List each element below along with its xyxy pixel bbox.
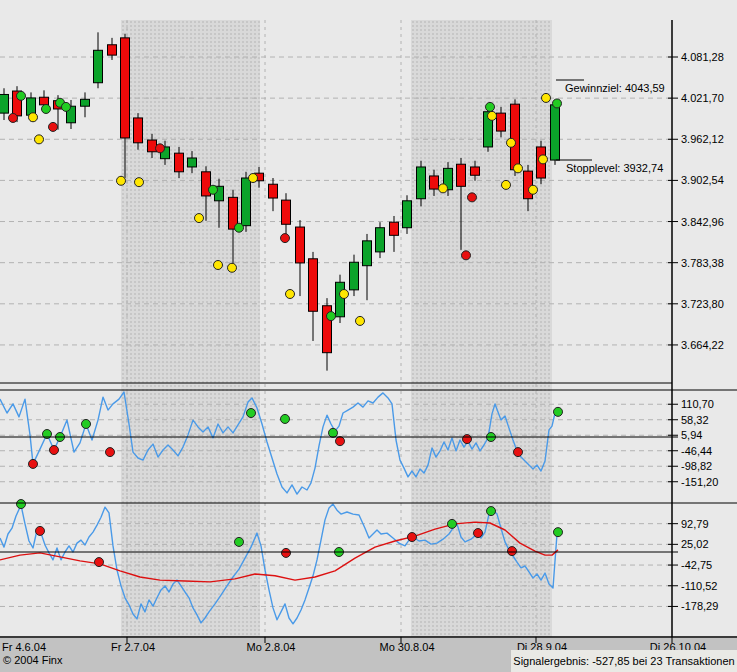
signal-marker	[82, 419, 91, 428]
signal-marker	[36, 526, 45, 535]
y-tick-label: 92,79	[681, 518, 709, 530]
candle-body	[269, 184, 278, 198]
signal-marker	[29, 113, 38, 122]
signal-marker	[554, 407, 563, 416]
y-tick-label: 5,94	[681, 429, 702, 441]
candle-body	[511, 104, 520, 170]
annotations-layer: Gewinnziel: 4043,59 Stopplevel: 3932,74	[556, 80, 665, 174]
signal-marker	[17, 500, 26, 509]
x-tick-label: Mo 2.8.04	[247, 641, 296, 653]
y-tick-label: 3.962,12	[681, 133, 724, 145]
signal-marker	[156, 144, 165, 153]
x-tick-label: Fr 2.7.04	[111, 641, 155, 653]
y-tick-label: -110,52	[681, 580, 718, 592]
signal-result-box: Signalergebnis: -527,85 bei 23 Transakti…	[511, 650, 737, 672]
signal-marker	[468, 193, 477, 202]
candlestick-series	[0, 32, 560, 370]
signal-marker	[474, 529, 483, 538]
y-tick-label: 3.902,54	[681, 174, 724, 186]
candle-body	[417, 167, 426, 199]
signal-marker	[9, 113, 18, 122]
signal-marker	[539, 155, 548, 164]
signal-marker	[448, 519, 457, 528]
y-tick-label: -178,29	[681, 600, 718, 612]
signal-marker	[286, 290, 295, 299]
signal-marker	[463, 435, 472, 444]
y-tick-label: 3.723,80	[681, 298, 724, 310]
signal-marker	[195, 214, 204, 223]
y-tick-label: 110,70	[681, 398, 714, 410]
candle-body	[188, 158, 197, 167]
candle-body	[175, 153, 184, 172]
signal-marker	[106, 448, 115, 457]
candle-body	[430, 176, 439, 189]
signal-marker	[542, 93, 551, 102]
candle-body	[551, 105, 560, 160]
y-tick-label: -46,44	[681, 445, 712, 457]
axis-labels: 4.081,284.021,703.962,123.902,543.842,96…	[2, 51, 724, 653]
signal-marker	[235, 537, 244, 546]
signal-marker	[553, 99, 562, 108]
candle-body	[134, 118, 143, 143]
candle-body	[296, 227, 305, 263]
candle-body	[81, 99, 90, 106]
copyright-text: © 2004 Finx	[3, 654, 62, 666]
y-tick-label: 4.021,70	[681, 92, 724, 104]
signal-marker	[554, 528, 563, 537]
candle-body	[524, 171, 533, 199]
candle-body	[309, 259, 318, 311]
signal-marker	[17, 91, 26, 100]
signal-marker	[281, 234, 290, 243]
y-tick-label: 3.664,22	[681, 339, 724, 351]
signal-marker	[439, 184, 448, 193]
candle-body	[40, 97, 49, 105]
signal-marker	[29, 459, 38, 468]
signal-marker	[249, 174, 258, 183]
y-tick-label: -98,82	[681, 460, 712, 472]
candle-body	[376, 228, 385, 252]
signal-marker	[340, 290, 349, 299]
signal-marker	[336, 437, 345, 446]
signal-marker	[514, 448, 523, 457]
signal-marker	[50, 446, 59, 455]
candle-body	[403, 201, 412, 228]
signal-marker	[329, 428, 338, 437]
candle-body	[94, 50, 103, 82]
candle-body	[336, 282, 345, 317]
signal-marker	[62, 102, 71, 111]
signal-marker	[42, 104, 51, 113]
candle-body	[390, 222, 399, 235]
signal-marker	[247, 409, 256, 418]
stopplevel-annotation: Stopplevel: 3932,74	[566, 162, 663, 174]
axes	[0, 20, 737, 643]
chart-canvas[interactable]: 4.081,284.021,703.962,123.902,543.842,96…	[0, 0, 737, 672]
oscillator1-line	[0, 392, 555, 494]
candle-body	[282, 200, 291, 224]
signal-marker	[486, 102, 495, 111]
signal-marker	[327, 312, 336, 321]
trading-chart-window: 4.081,284.021,703.962,123.902,543.842,96…	[0, 0, 737, 672]
signal-marker	[95, 558, 104, 567]
signal-marker	[356, 316, 365, 325]
signal-marker	[529, 185, 538, 194]
signal-result-text: Signalergebnis: -527,85 bei 23 Transakti…	[513, 655, 734, 667]
gewinnziel-annotation: Gewinnziel: 4043,59	[565, 82, 665, 94]
signal-marker	[408, 533, 417, 542]
candle-body	[497, 113, 506, 131]
y-tick-label: -151,20	[681, 476, 718, 488]
y-tick-label: 25,02	[681, 538, 709, 550]
candle-body	[242, 178, 251, 226]
signal-marker	[462, 251, 471, 260]
candle-body	[457, 164, 466, 186]
candle-body	[148, 140, 157, 152]
y-tick-label: 58,32	[681, 414, 709, 426]
chart-series	[0, 32, 563, 623]
x-tick-label: Fr 4.6.04	[2, 641, 46, 653]
signal-marker	[508, 547, 517, 556]
x-tick-label: Mo 30.8.04	[379, 641, 434, 653]
signal-marker	[282, 548, 291, 557]
y-tick-label: 3.842,96	[681, 216, 724, 228]
signal-marker	[281, 414, 290, 423]
signal-marker	[487, 507, 496, 516]
signal-marker	[117, 176, 126, 185]
